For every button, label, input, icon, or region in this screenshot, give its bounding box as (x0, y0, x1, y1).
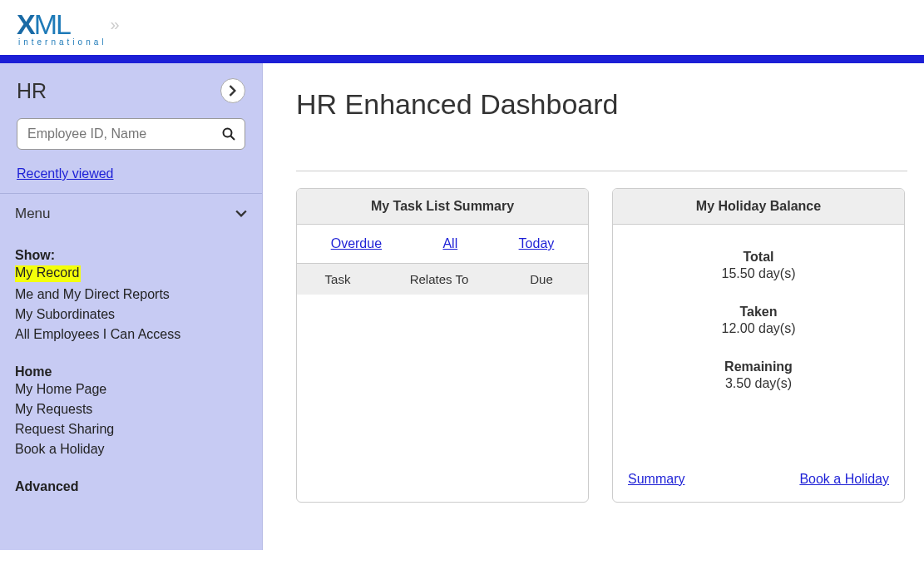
logo-subtitle: international (18, 37, 106, 47)
group-header-home: Home (15, 364, 247, 379)
main-content: HR Enhanced Dashboard My Task List Summa… (263, 63, 924, 550)
col-due: Due (495, 272, 588, 286)
menu-label: Menu (15, 206, 51, 222)
search-icon[interactable] (222, 127, 235, 141)
logo: XML international » (17, 8, 907, 47)
sidebar: HR Recently viewed Menu Show: My Record … (0, 63, 263, 550)
task-card-title: My Task List Summary (297, 189, 588, 225)
sidebar-title: HR (17, 79, 47, 103)
task-list-card: My Task List Summary Overdue All Today T… (296, 188, 589, 503)
sidebar-collapse-button[interactable] (220, 78, 245, 103)
sidebar-item-request-sharing[interactable]: Request Sharing (15, 419, 247, 439)
holiday-balance-card: My Holiday Balance Total 15.50 day(s) Ta… (612, 188, 905, 503)
logo-text: XML (17, 8, 106, 41)
chevron-down-icon (235, 210, 247, 218)
menu-toggle[interactable]: Menu (15, 206, 247, 228)
sidebar-item-book-holiday[interactable]: Book a Holiday (15, 439, 247, 459)
tab-all[interactable]: All (442, 236, 457, 251)
total-value: 15.50 day(s) (628, 266, 889, 281)
group-header-show: Show: (15, 248, 247, 263)
summary-link[interactable]: Summary (628, 472, 684, 487)
remaining-label: Remaining (628, 359, 889, 374)
chevron-right-icon (229, 85, 237, 97)
recently-viewed-link[interactable]: Recently viewed (17, 166, 114, 181)
svg-line-1 (231, 136, 235, 141)
col-task: Task (297, 272, 378, 286)
sidebar-item-direct-reports[interactable]: Me and My Direct Reports (15, 285, 247, 305)
header: XML international » (0, 0, 924, 55)
tab-overdue[interactable]: Overdue (331, 236, 382, 251)
top-accent-bar (0, 55, 924, 63)
sidebar-item-home-page[interactable]: My Home Page (15, 379, 247, 399)
holiday-card-title: My Holiday Balance (613, 189, 904, 225)
svg-point-0 (224, 129, 232, 137)
col-relates: Relates To (378, 272, 495, 286)
divider (296, 171, 907, 171)
group-header-advanced: Advanced (15, 479, 247, 494)
taken-label: Taken (628, 305, 889, 320)
taken-value: 12.00 day(s) (628, 321, 889, 336)
task-table-header: Task Relates To Due (297, 264, 588, 295)
logo-arrow-icon: » (110, 15, 119, 34)
sidebar-item-subordinates[interactable]: My Subordinates (15, 305, 247, 325)
tab-today[interactable]: Today (519, 236, 555, 251)
page-title: HR Enhanced Dashboard (296, 88, 907, 121)
sidebar-item-my-requests[interactable]: My Requests (15, 399, 247, 419)
total-label: Total (628, 250, 889, 265)
book-holiday-link[interactable]: Book a Holiday (799, 472, 889, 487)
remaining-value: 3.50 day(s) (628, 376, 889, 391)
sidebar-item-all-employees[interactable]: All Employees I Can Access (15, 325, 247, 344)
search-input[interactable] (17, 118, 245, 150)
sidebar-item-my-record[interactable]: My Record (15, 263, 247, 285)
